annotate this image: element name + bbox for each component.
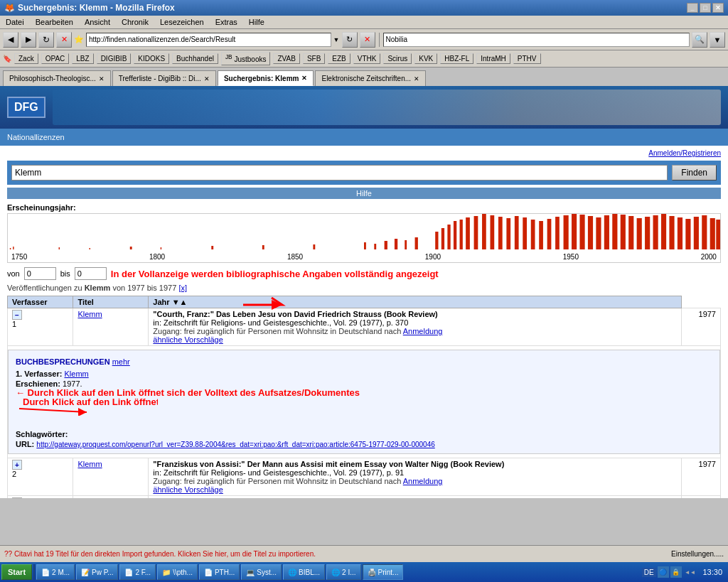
row1-subtitle: in: Zeitschrift für Religions- und Geist…: [153, 318, 408, 327]
row1-title-text: "Courth, Franz:" Das Leben Jesu von Davi…: [153, 310, 437, 318]
bookmark-hbz[interactable]: HBZ-FL: [440, 53, 473, 64]
dropdown-icon[interactable]: ▼: [333, 36, 340, 43]
svg-rect-24: [498, 217, 503, 249]
einstellungen-link[interactable]: Einstellungen.....: [671, 550, 724, 558]
col-jahr[interactable]: Jahr ▼▲: [149, 296, 681, 308]
taskbar-item-2m[interactable]: 📄 2 M...: [36, 564, 75, 580]
detail-verfasser: 1. Verfasser: Klemm: [16, 370, 712, 378]
dfg-logo: DFG: [7, 97, 46, 118]
menu-ansicht[interactable]: Ansicht: [82, 17, 113, 27]
bookmark-scirus[interactable]: Scirus: [383, 53, 412, 64]
taskbar-item-syst[interactable]: 💻 Syst...: [241, 564, 282, 580]
bookmark-lbz[interactable]: LBZ: [72, 53, 93, 64]
stop-button[interactable]: ✕: [56, 32, 72, 48]
expand-btn-1[interactable]: −: [12, 310, 22, 320]
bookmark-zvab[interactable]: ZVAB: [273, 53, 299, 64]
bookmark-pthv[interactable]: PTHV: [513, 53, 541, 64]
tab-suchergebnis[interactable]: Suchergebnis: Klemm ✕: [218, 70, 314, 86]
svg-rect-46: [678, 217, 682, 249]
tab-zeitschriften[interactable]: Elektronische Zeitschriften... ✕: [315, 70, 426, 86]
von-input[interactable]: [24, 267, 56, 280]
taskbar-item-pw[interactable]: 📝 Pw P...: [76, 564, 118, 580]
tab-close-icon[interactable]: ✕: [99, 75, 105, 82]
tab-close-icon[interactable]: ✕: [414, 75, 419, 82]
menu-datei[interactable]: Datei: [3, 17, 27, 27]
anmeldung-link-1[interactable]: Anmeldung: [403, 327, 443, 335]
bookmark-sfb[interactable]: SFB: [303, 53, 325, 64]
row3-author: KLEMM, E..: [73, 496, 149, 499]
svg-rect-13: [405, 240, 407, 249]
bookmark-intramh[interactable]: IntraMH: [476, 53, 510, 64]
menu-bearbeiten[interactable]: Bearbeiten: [33, 17, 76, 27]
bookmark-kvk[interactable]: KVK: [414, 53, 437, 64]
start-button[interactable]: Start: [1, 564, 32, 580]
author-link-2[interactable]: Klemm: [77, 460, 102, 468]
svg-rect-38: [612, 214, 617, 249]
main-search-input[interactable]: [11, 165, 668, 180]
url-link[interactable]: http://gateway.proquest.com/openurl?url_…: [36, 441, 434, 448]
close-button[interactable]: ✕: [712, 3, 724, 13]
url-label: URL:: [16, 440, 34, 448]
page-header: DFG: [0, 86, 728, 129]
tab-close-icon[interactable]: ✕: [301, 75, 307, 82]
menu-chronik[interactable]: Chronik: [119, 17, 151, 27]
buchbesprechungen-label: BUCHBESPRECHUNGEN: [16, 357, 110, 366]
svg-rect-29: [539, 221, 543, 249]
tab-close-icon[interactable]: ✕: [204, 75, 210, 82]
svg-rect-31: [555, 217, 560, 249]
clock: 13:30: [698, 568, 727, 576]
address-input[interactable]: [86, 33, 331, 47]
bookmark-buchhandel[interactable]: Buchhandel: [172, 53, 218, 64]
expand-tray-icon[interactable]: ◄◄: [685, 569, 696, 576]
search-engines-button[interactable]: ▼: [710, 32, 725, 48]
search-input-toolbar[interactable]: [383, 33, 690, 47]
hilfe-bar[interactable]: Hilfe: [7, 188, 721, 199]
tab-philosophisch[interactable]: Philosophisch-Theologisc... ✕: [3, 70, 111, 86]
stop-button2[interactable]: ✕: [360, 32, 375, 48]
annotation-container: Durch Klick auf den Link öffnet sich der…: [16, 391, 712, 416]
vorschlaege-link-1[interactable]: ähnliche Vorschläge: [153, 335, 223, 344]
histogram-container[interactable]: 1750 1800 1850 1900 1950 2000: [7, 213, 721, 263]
bis-input[interactable]: [75, 267, 107, 280]
minimize-button[interactable]: _: [687, 3, 698, 13]
star-icon: ⭐: [74, 35, 84, 44]
clear-filter-link[interactable]: [x]: [178, 284, 187, 292]
menu-lesezeichen[interactable]: Lesezeichen: [157, 17, 207, 27]
reload-button[interactable]: ↻: [38, 32, 54, 48]
author-link-3[interactable]: KLEMM, E..: [77, 497, 119, 498]
anmeldung-link-2[interactable]: Anmeldung: [403, 477, 443, 485]
author-link-1[interactable]: Klemm: [77, 310, 102, 318]
bookmark-zack[interactable]: Zack: [14, 53, 38, 64]
bookmark-kidoks[interactable]: KIDOKS: [134, 53, 169, 64]
mehr-link[interactable]: mehr: [112, 357, 130, 366]
year-1950: 1950: [563, 253, 579, 261]
menu-extras[interactable]: Extras: [213, 17, 240, 27]
taskbar-item-print[interactable]: 🖨️ Print...: [363, 564, 404, 580]
refresh-button[interactable]: ↻: [342, 32, 358, 48]
tab-trefferliste[interactable]: Trefferliste - DigiBib :: Di... ✕: [112, 70, 216, 86]
forward-button[interactable]: ▶: [21, 32, 36, 48]
vorschlaege-link-2[interactable]: ähnliche Vorschläge: [153, 485, 223, 494]
window-title: Suchergebnis: Klemm - Mozilla Firefox: [18, 3, 175, 13]
bookmark-justbooks[interactable]: JB Justbooks: [221, 52, 271, 65]
menu-hilfe[interactable]: Hilfe: [246, 17, 267, 27]
taskbar-item-2i[interactable]: 🌐 2 I...: [326, 564, 360, 580]
login-link[interactable]: Anmelden/Registrieren: [648, 149, 721, 157]
expand-btn-3[interactable]: +: [12, 497, 22, 498]
bookmark-digibib[interactable]: DIGIBIB: [97, 53, 132, 64]
taskbar-item-pth[interactable]: 📁 \\pth...: [157, 564, 198, 580]
taskbar-item-pth2[interactable]: 📄 PTH...: [199, 564, 240, 580]
verfasser-value-link[interactable]: Klemm: [65, 370, 89, 378]
status-citavi-text[interactable]: ?? Citavi hat 19 Titel für den direkten …: [4, 550, 316, 558]
find-button[interactable]: Finden: [672, 165, 717, 180]
bookmark-opac[interactable]: OPAC: [41, 53, 70, 64]
taskbar-item-2f[interactable]: 📄 2 F...: [119, 564, 156, 580]
bookmark-vthk[interactable]: VTHK: [353, 53, 381, 64]
taskbar-item-bibl[interactable]: 🌐 BIBL...: [283, 564, 325, 580]
maximize-button[interactable]: □: [700, 3, 711, 13]
bookmark-ezb[interactable]: EZB: [328, 53, 350, 64]
back-button[interactable]: ◀: [3, 32, 18, 48]
nationallizenzen-link[interactable]: Nationallizenzen: [7, 133, 65, 141]
search-button-toolbar[interactable]: 🔍: [692, 32, 707, 48]
expand-btn-2[interactable]: +: [12, 460, 22, 470]
